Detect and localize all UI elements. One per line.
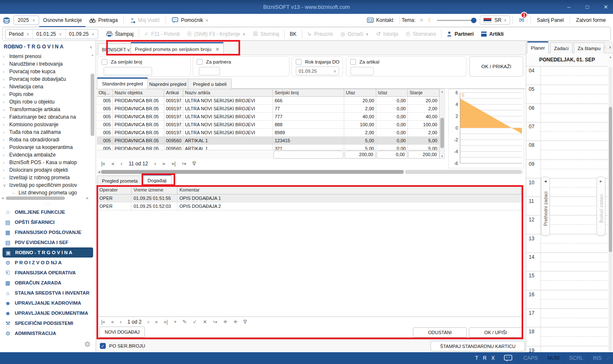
- sidebar-item-specifi-ni-podsistemi[interactable]: ⚒SPECIFIČNI PODSISTEMI: [0, 318, 96, 328]
- knjizenje-button[interactable]: ⎘ (Shift) F3 - Knjiženje ∨: [184, 31, 249, 37]
- tree-item-list-dnevnog-prometa-ugo[interactable]: ‒List dnevnog prometa ugo: [0, 189, 89, 196]
- date-to-dropdown[interactable]: 01.09.25 ∨: [65, 29, 98, 39]
- planner-hour-row[interactable]: 08: [526, 141, 608, 159]
- column-header-obj[interactable]: Obj...: [97, 89, 113, 96]
- planner-hour-row[interactable]: 17: [526, 308, 608, 327]
- tree-vertical-scrollbar[interactable]: ▲: [91, 53, 94, 194]
- planner-hour-row[interactable]: 12: [526, 215, 608, 234]
- tab-pregled-prometa-po-serijskom-broju[interactable]: Pregled prometa po serijskom broju ✕: [131, 42, 224, 55]
- checkbox-unchecked[interactable]: [102, 59, 107, 65]
- event-row[interactable]: OPER01.09.25 01:51:55OPIS DOGAĐAJA 1: [97, 194, 523, 202]
- table-row[interactable]: 005PRODAVNICA BR.05009197ULTRA NOVI SERI…: [97, 97, 439, 105]
- tree-item-dislocirani-prodajni-objekti[interactable]: ›Dislocirani prodajni objekti: [0, 166, 89, 174]
- period-dropdown[interactable]: Period ∨: [5, 29, 32, 39]
- serijski-broj-input[interactable]: [104, 67, 152, 75]
- tab-pregled-prometa[interactable]: Pregled prometa: [97, 175, 143, 186]
- scroll-down-icon[interactable]: ▼: [440, 155, 444, 158]
- menu-pretraga[interactable]: Pretraga: [86, 14, 121, 27]
- planner-hour-row[interactable]: 13: [526, 234, 608, 253]
- language-selector[interactable]: SR ∨: [480, 16, 510, 25]
- scrollbar-thumb[interactable]: [91, 74, 94, 136]
- goto-bookmark-icon[interactable]: ✳: [233, 319, 238, 325]
- dark-theme-icon[interactable]: ☾: [428, 17, 433, 24]
- planner-hour-row[interactable]: 15: [526, 271, 608, 290]
- post-edit-icon[interactable]: ✓: [193, 319, 197, 325]
- partneri-button[interactable]: Partneri: [443, 31, 477, 37]
- checkbox-checked[interactable]: ✓: [100, 343, 106, 349]
- scrollbar-thumb[interactable]: [440, 118, 444, 148]
- sidebar-item-pdv-evidencija-i-sef[interactable]: ▤PDV EVIDENCIJA I SEF: [0, 237, 96, 247]
- column-header-ulaz[interactable]: Ulaz: [344, 89, 376, 96]
- scroll-up-icon[interactable]: ▲: [91, 53, 94, 56]
- tab-standardni-pregled[interactable]: Standardni pregled: [97, 77, 148, 89]
- planner-scroll-up-icon[interactable]: ▲: [609, 55, 612, 59]
- rok-trajanja-checkbox[interactable]: Rok trajanja DO: [296, 59, 340, 65]
- sakrij-panel-button[interactable]: Sakrij Panel: [533, 14, 567, 27]
- edit-record-icon[interactable]: ✎: [182, 319, 187, 325]
- filter-icon[interactable]: ∇: [244, 319, 247, 325]
- tree-item-popis-robe[interactable]: ‒Popis robe: [0, 90, 89, 98]
- table-row[interactable]: 005PRODAVNICA BR.05009560ARTIKAL 13215,0…: [97, 145, 439, 150]
- planner-hour-row[interactable]: 05: [526, 85, 608, 104]
- planner-hour-row[interactable]: 06: [526, 104, 608, 122]
- planner-hour-row[interactable]: 14: [526, 252, 608, 271]
- scroll-right-icon[interactable]: ▶: [86, 197, 90, 200]
- column-header-izlaz[interactable]: Izlaz: [376, 89, 408, 96]
- odustani-button[interactable]: ODUSTANI: [413, 327, 467, 337]
- kontakt-button[interactable]: Kontakt: [363, 14, 397, 27]
- partner-input[interactable]: [199, 67, 220, 75]
- tree-item-interni-prenosi[interactable]: ›Interni prenosi: [0, 53, 89, 60]
- novi-dogadjaj-button[interactable]: NOVI DOGAĐAJ: [99, 327, 145, 337]
- potvrdi-button[interactable]: ✓ F11 - Potvrdi: [140, 31, 184, 37]
- tree-item-poslovanje-sa-kooperantima[interactable]: ›Poslovanje sa kooperantima: [0, 143, 89, 151]
- tree-item-povra-aj-robe-kupca[interactable]: ›Povraćaj robe kupca: [0, 68, 89, 75]
- tab-planer[interactable]: Planer: [527, 41, 549, 53]
- refresh-icon[interactable]: ↪: [213, 319, 217, 325]
- tree-item-povra-aj-robe-dobavlja-u[interactable]: ›Povraćaj robe dobavljaču: [0, 75, 89, 83]
- last-page-icon[interactable]: »|: [164, 319, 168, 325]
- sidebar-item-p-r-o-i-z-v-o-d-nj-a[interactable]: ⚙P R O I Z V O D NJ A: [0, 258, 96, 268]
- planner-hour-row[interactable]: 16: [526, 290, 608, 309]
- artikli-button[interactable]: Artikli: [477, 31, 507, 37]
- tree-item-narud-bine-i-trebovanja[interactable]: ›Narudžbine i trebovanja: [0, 60, 89, 68]
- scrollbar-thumb[interactable]: [101, 170, 404, 174]
- tree-item-izve-taji-po-specifi-nim-poslov[interactable]: ∨Izveštaji po specifičnim poslov: [0, 181, 89, 189]
- table-row[interactable]: 005PRODAVNICA BR.05009560ARTIKAL 1123415…: [97, 137, 439, 145]
- column-header-operater[interactable]: Operater: [97, 186, 131, 194]
- oznaci-button[interactable]: ◎ Označi ∨: [337, 31, 372, 37]
- scrollbar-thumb[interactable]: [6, 197, 65, 200]
- collapse-sidebar-icon[interactable]: ‹: [90, 44, 92, 50]
- settings-gear-icon[interactable]: ⚙: [84, 340, 91, 349]
- menu-pomocnik[interactable]: Pomoćnik ∨: [168, 14, 212, 27]
- storniraj-button[interactable]: ☒ Storniraj: [249, 31, 283, 37]
- resize-grip[interactable]: ⋰: [606, 352, 612, 364]
- scroll-up-icon[interactable]: ▲: [440, 90, 444, 93]
- preuzmi-button[interactable]: ↳ Preuzmi: [303, 31, 337, 37]
- checkbox-unchecked[interactable]: [197, 59, 203, 65]
- planner-hour-row[interactable]: 04: [526, 66, 608, 85]
- slider-knob[interactable]: [471, 18, 476, 23]
- planner-hour-row[interactable]: 18: [526, 327, 608, 346]
- tree-item-izve-taji-iz-robnog-prometa[interactable]: ‒Izveštaji iz robnog prometa: [0, 174, 89, 181]
- table-row[interactable]: 005PRODAVNICA BR.05009197ULTRA NOVI SERI…: [97, 121, 439, 129]
- first-page-icon[interactable]: |«: [101, 319, 105, 325]
- prior-page-icon[interactable]: «: [111, 319, 114, 325]
- bk-button[interactable]: BK: [286, 31, 300, 37]
- prior-page-icon[interactable]: «: [112, 161, 115, 167]
- tree-item-fakturisanje-bez-obra-una-na[interactable]: ‒Fakturisanje bez obračuna na: [0, 113, 89, 121]
- messages-button[interactable]: ✉ 1: [519, 16, 525, 24]
- next-page-icon[interactable]: »: [155, 319, 158, 325]
- minimize-button[interactable]: –: [566, 4, 572, 10]
- sidebar-item-omiljene-funkcije[interactable]: ☆OMILJENE FUNKCIJE: [0, 207, 96, 217]
- tree-item-biznisoft-pos-kasa-u-malop[interactable]: ›BizniSoft POS - Kasa u malop: [0, 159, 89, 166]
- column-header-artikal[interactable]: Artikal: [164, 89, 183, 96]
- checkbox-unchecked[interactable]: [296, 59, 302, 65]
- stampaj-standardnu-karticu-button[interactable]: ŠTAMPAJ STANDARDNU KARTICU: [431, 341, 525, 351]
- tree-item-evidencija-ambala-e[interactable]: ›Evidencija ambalaže: [0, 151, 89, 159]
- column-header-stanje[interactable]: Stanje: [408, 89, 439, 96]
- artikal-input[interactable]: [351, 67, 374, 75]
- scroll-left-icon[interactable]: ◀: [97, 170, 101, 174]
- cancel-edit-icon[interactable]: ✕: [203, 319, 207, 325]
- close-button[interactable]: ✕: [603, 4, 609, 10]
- close-tab-icon[interactable]: ✕: [216, 47, 220, 52]
